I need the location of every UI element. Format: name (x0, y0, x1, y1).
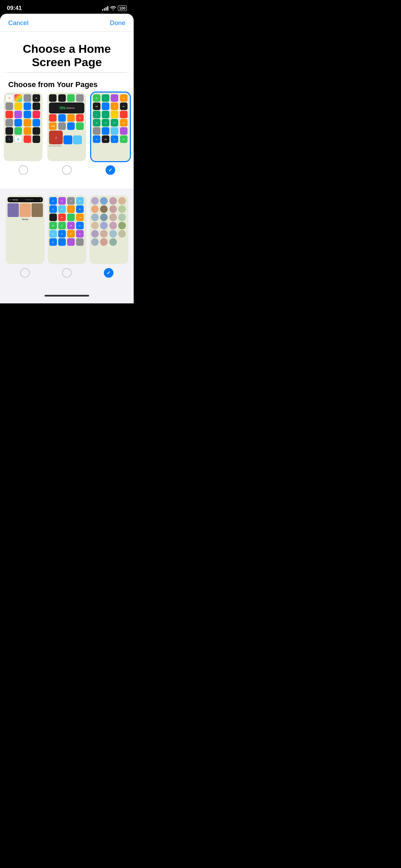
wifi-icon (110, 6, 116, 10)
page-selector-6[interactable]: ✓ (104, 268, 113, 278)
mini-app-word: W (5, 135, 13, 143)
page-thumbnail-4[interactable]: # #TikTok Trending now ⟩ TikTok (6, 195, 45, 264)
page-item-1[interactable]: 15 tv (3, 93, 44, 175)
mini-app-tiktok (33, 127, 40, 135)
page-item-6[interactable]: ✓ (89, 195, 128, 278)
mini-app-lastpass (33, 135, 40, 143)
mini-app-ps (63, 135, 72, 144)
mini-app-camera (24, 94, 31, 102)
status-time: 09:41 (7, 5, 22, 12)
status-icons: 100 (102, 5, 127, 11)
mini-app-chrome: 🌐 (14, 135, 22, 143)
page-thumbnail-2[interactable]: 78% Batteries 2 1083 (47, 93, 86, 161)
mini-app-settings (5, 119, 13, 126)
mini-app-clock (5, 103, 13, 110)
page-thumbnail-6[interactable] (89, 195, 128, 264)
page-selector-3[interactable]: ✓ (106, 165, 115, 175)
mini-app-nextreality (73, 135, 82, 144)
mini-app-appstore (24, 111, 31, 118)
mini-app-notes (14, 103, 22, 110)
page-selector-5[interactable] (62, 268, 72, 278)
mini-app-weather (24, 103, 31, 110)
page-item-5[interactable]: Sc Fb Jk SC Up Ve Z Bk Gm (47, 195, 86, 278)
main-sheet: Cancel Done Choose a Home Screen Page Ch… (0, 14, 134, 303)
pages-row-1: 15 tv (0, 93, 134, 175)
mini-app-calendar: 15 (5, 94, 13, 102)
page-title-area: Choose a Home Screen Page (0, 32, 134, 72)
page-thumbnail-5[interactable]: Sc Fb Jk SC Up Ve Z Bk Gm (48, 195, 86, 264)
section-label: Choose from Your Pages (0, 73, 134, 93)
mini-app-health (33, 111, 40, 118)
page-item-3[interactable]: Sh n So SW F Jy Hu n n (90, 93, 131, 175)
signal-icon (102, 6, 108, 11)
mini-app-calc (5, 127, 13, 135)
mini-app-stocks (33, 103, 40, 110)
mini-app-netflix (24, 135, 31, 143)
mini-app-tv: tv (33, 94, 40, 102)
page-selector-1[interactable] (19, 165, 28, 175)
page-selector-4[interactable] (20, 268, 30, 278)
mini-app-news (5, 111, 13, 118)
sheet-header: Cancel Done (0, 14, 134, 32)
status-bar: 09:41 100 (0, 0, 134, 14)
mini-app-actions1 (58, 238, 66, 246)
mini-app-reminders (24, 119, 31, 126)
cancel-button[interactable]: Cancel (8, 19, 28, 27)
pages-row-2: # #TikTok Trending now ⟩ TikTok (0, 195, 134, 278)
home-indicator (45, 295, 89, 297)
mini-app-actions2 (67, 238, 75, 246)
home-indicator-area (0, 288, 134, 303)
mini-app-podcasts (14, 111, 22, 118)
done-button[interactable]: Done (110, 19, 125, 27)
mini-app-mail (14, 119, 22, 126)
mini-app-gadget (24, 127, 31, 135)
page-selector-2[interactable] (62, 165, 72, 175)
page-title: Choose a Home Screen Page (14, 42, 120, 69)
mini-app-photos (14, 94, 22, 102)
page-thumbnail-1[interactable]: 15 tv (4, 93, 42, 161)
page-thumbnail-3[interactable]: Sh n So SW F Jy Hu n n (91, 93, 130, 161)
page-item-2[interactable]: 78% Batteries 2 1083 (46, 93, 87, 175)
pages-section-2: # #TikTok Trending now ⟩ TikTok (0, 189, 134, 288)
mini-app-circle (67, 94, 75, 102)
mini-app-gray1 (76, 94, 84, 102)
battery-icon: 100 (118, 5, 127, 11)
mini-app-maps (14, 127, 22, 135)
page-item-4[interactable]: # #TikTok Trending now ⟩ TikTok (5, 195, 45, 278)
music-widget: ♪ (49, 131, 63, 144)
mini-app-shortcuts (33, 119, 40, 126)
pages-row-1-container: 15 tv (0, 93, 134, 189)
mini-app-stocks2 (49, 94, 57, 102)
mini-app-grid1 (58, 94, 66, 102)
